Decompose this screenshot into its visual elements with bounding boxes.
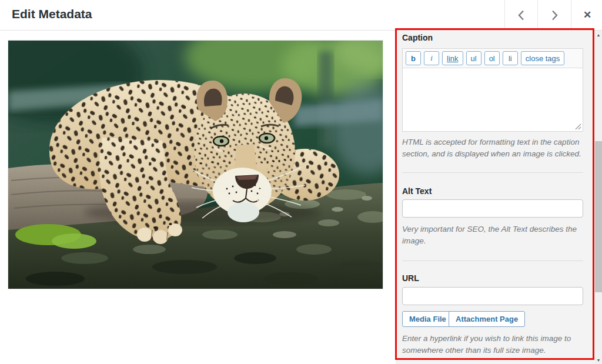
modal-header: Edit Metadata ✕	[0, 0, 602, 31]
alt-text-label: Alt Text	[402, 186, 432, 196]
url-label: URL	[402, 273, 419, 283]
link-button[interactable]: link	[442, 51, 463, 65]
li-button[interactable]: li	[503, 51, 518, 65]
caption-editor: b i link ul ol li close tags	[402, 48, 583, 132]
chevron-right-icon	[551, 9, 558, 21]
scrollbar-thumb[interactable]	[595, 141, 602, 292]
next-image-button[interactable]	[538, 0, 571, 30]
bold-button[interactable]: b	[406, 51, 421, 65]
scroll-down-icon[interactable]: ▼	[595, 356, 602, 364]
scroll-up-icon[interactable]: ▲	[595, 31, 602, 39]
url-input[interactable]	[402, 287, 583, 305]
panel-scrollbar[interactable]: ▲ ▼	[595, 31, 602, 364]
ul-button[interactable]: ul	[466, 51, 481, 65]
media-preview-image	[8, 40, 383, 289]
previous-image-button[interactable]	[504, 0, 538, 30]
section-divider	[402, 172, 583, 173]
caption-label: Caption	[402, 33, 433, 42]
caption-textarea[interactable]	[403, 68, 583, 131]
close-icon[interactable]: ✕	[573, 0, 602, 30]
alt-text-help-text: Very important for SEO, the Alt Text des…	[402, 223, 584, 246]
url-help-text: Enter a hyperlink if you wish to link th…	[402, 333, 584, 356]
leopard-photo-illustration	[8, 41, 383, 289]
ol-button[interactable]: ol	[484, 51, 500, 65]
chevron-left-icon	[517, 9, 525, 21]
page-title: Edit Metadata	[12, 7, 92, 21]
attachment-page-button[interactable]: Attachment Page	[449, 311, 525, 327]
edit-metadata-modal: Edit Metadata ✕	[0, 0, 602, 364]
section-divider	[402, 261, 583, 261]
close-tags-button[interactable]: close tags	[521, 51, 565, 65]
quicktags-toolbar: b i link ul ol li close tags	[403, 49, 583, 68]
italic-button[interactable]: i	[424, 51, 439, 65]
media-file-button[interactable]: Media File	[402, 311, 453, 327]
alt-text-input[interactable]	[402, 199, 583, 218]
caption-help-text: HTML is accepted for formatting text in …	[402, 136, 584, 159]
